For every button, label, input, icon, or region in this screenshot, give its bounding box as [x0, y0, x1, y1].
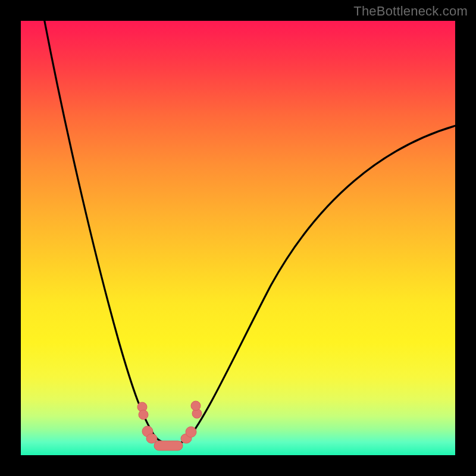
svg-rect-4: [154, 441, 183, 450]
curve-right: [187, 125, 455, 440]
svg-point-8: [191, 401, 201, 411]
watermark-text: TheBottleneck.com: [353, 4, 468, 19]
svg-point-1: [139, 410, 148, 419]
svg-point-3: [146, 434, 157, 443]
svg-point-6: [186, 427, 196, 437]
plot-area: [21, 21, 455, 455]
marker-group: [137, 401, 202, 450]
chart-frame: TheBottleneck.com: [0, 0, 476, 476]
curve-layer: [21, 21, 455, 455]
curve-left: [42, 21, 155, 436]
